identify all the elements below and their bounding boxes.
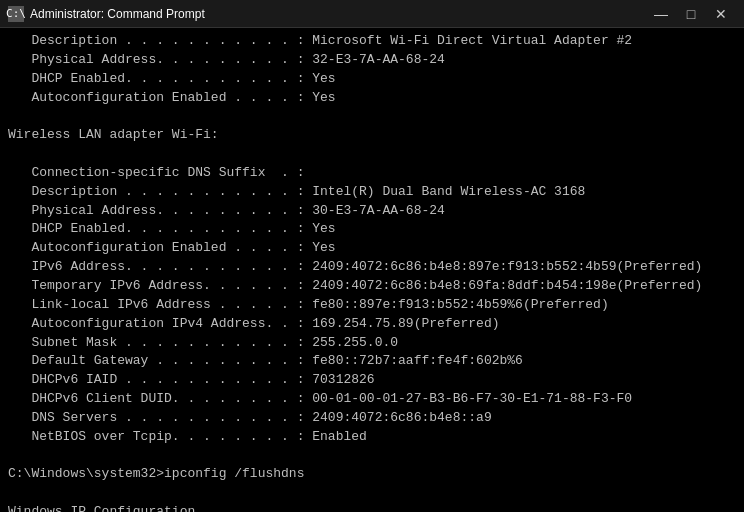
- window: C:\ Administrator: Command Prompt — □ ✕ …: [0, 0, 744, 512]
- title-bar: C:\ Administrator: Command Prompt — □ ✕: [0, 0, 744, 28]
- console-output: Description . . . . . . . . . . . : Micr…: [0, 28, 744, 512]
- title-bar-left: C:\ Administrator: Command Prompt: [8, 6, 205, 22]
- minimize-button[interactable]: —: [646, 0, 676, 28]
- close-button[interactable]: ✕: [706, 0, 736, 28]
- window-title: Administrator: Command Prompt: [30, 7, 205, 21]
- maximize-button[interactable]: □: [676, 0, 706, 28]
- cmd-icon: C:\: [8, 6, 24, 22]
- window-controls: — □ ✕: [646, 0, 736, 28]
